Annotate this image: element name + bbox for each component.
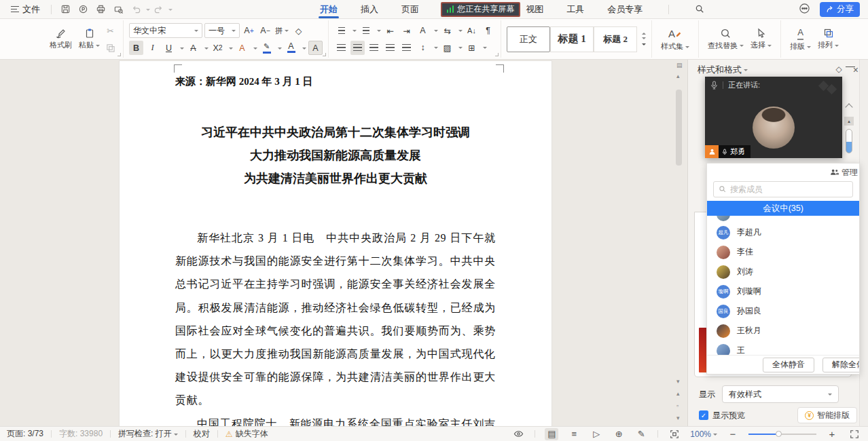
select-browse-object-button[interactable]: ▫ xyxy=(676,403,679,409)
decrease-indent-button[interactable]: ⇤ xyxy=(383,24,397,38)
previous-page-button[interactable]: ▴ xyxy=(676,391,680,397)
borders-button[interactable]: ⊞ xyxy=(465,41,479,55)
undo-button[interactable] xyxy=(128,2,144,17)
zoom-slider[interactable] xyxy=(748,434,816,435)
ruler-toggle-icon[interactable]: ▤ xyxy=(676,62,683,69)
format-painter-button[interactable]: 格式刷 xyxy=(46,28,75,50)
assistant-button[interactable] xyxy=(799,3,810,16)
pane-scrollbar-thumb[interactable] xyxy=(846,129,852,153)
style-gallery-up[interactable] xyxy=(642,31,646,35)
decrease-font-button[interactable]: A− xyxy=(258,24,272,38)
tab-view[interactable]: 视图 xyxy=(524,0,545,19)
pane-collapse-icon[interactable] xyxy=(846,66,855,67)
participant-row[interactable]: 璇啊 刘璇啊 xyxy=(707,282,859,301)
zoom-in-button[interactable]: + xyxy=(825,428,839,440)
play-view-button[interactable]: ▷ xyxy=(590,428,603,440)
redo-button[interactable] xyxy=(150,2,166,17)
increase-font-button[interactable]: A+ xyxy=(242,24,256,38)
tab-tools[interactable]: 工具 xyxy=(565,0,585,19)
highlight-button[interactable]: ✎ xyxy=(259,41,274,55)
smart-typeset-button[interactable]: ¥ 智能排版 xyxy=(797,407,857,423)
scroll-down-icon[interactable]: ▾ xyxy=(676,379,680,385)
distribute-button[interactable] xyxy=(399,41,414,55)
participant-row[interactable]: 超凡 李超凡 xyxy=(707,223,859,242)
text-effects-button[interactable]: A xyxy=(235,41,249,55)
display-style-select[interactable]: 有效样式 xyxy=(722,385,839,403)
mute-all-button[interactable]: 全体静音 xyxy=(763,358,814,372)
increase-indent-button[interactable]: ⇥ xyxy=(399,24,414,38)
save-button[interactable] xyxy=(57,2,73,17)
undo-caret[interactable] xyxy=(146,9,150,13)
style-heading2-chip[interactable]: 标题 2 xyxy=(594,26,637,52)
fit-page-button[interactable] xyxy=(668,428,681,440)
tab-page[interactable]: 页面 xyxy=(400,0,420,19)
font-size-select[interactable]: 一号 xyxy=(204,23,240,38)
scroll-up-icon[interactable]: ▴ xyxy=(676,73,680,79)
justify-button[interactable] xyxy=(383,41,397,55)
underline-button[interactable]: U xyxy=(162,41,176,55)
align-right-button[interactable] xyxy=(367,41,381,55)
typeset-button[interactable]: A 排版 xyxy=(786,26,814,52)
highlight-caret[interactable] xyxy=(278,47,282,52)
cut-button[interactable]: ✂ xyxy=(103,24,117,38)
search-button[interactable] xyxy=(693,0,706,19)
print-button[interactable] xyxy=(92,2,109,17)
file-menu[interactable]: 文件 xyxy=(5,3,46,16)
italic-button[interactable]: I xyxy=(145,41,160,55)
wrap-button[interactable]: ⇆ xyxy=(440,24,454,38)
participant-row[interactable]: 国良 孙国良 xyxy=(707,301,859,321)
web-view-button[interactable]: ⊕ xyxy=(612,428,626,440)
unmute-all-button[interactable]: 解除全体静音 xyxy=(822,358,860,372)
shading-button[interactable]: ▨ xyxy=(440,41,454,55)
font-color-button[interactable]: A xyxy=(284,41,298,55)
line-spacing-button[interactable]: ↕ xyxy=(416,41,430,55)
member-search-box[interactable] xyxy=(713,181,853,197)
outline-view-button[interactable]: ≡ xyxy=(567,428,581,440)
zoom-level-select[interactable]: 100% xyxy=(690,429,717,439)
bold-button[interactable]: B xyxy=(129,41,143,55)
paste-button[interactable]: 粘贴 xyxy=(75,28,103,50)
find-replace-button[interactable]: 查找替换 xyxy=(704,28,747,51)
in-meeting-tab[interactable]: 会议中(35) xyxy=(707,201,859,216)
share-button[interactable]: 分享 xyxy=(820,2,860,17)
participant-row[interactable]: 王 xyxy=(707,341,859,355)
meeting-video-overlay[interactable]: 正在讲话: 郑勇 xyxy=(705,77,842,158)
borders-caret[interactable] xyxy=(483,47,487,51)
page-view-button[interactable]: ▤ xyxy=(545,428,558,440)
edit-mode-button[interactable]: ✎ xyxy=(634,428,648,440)
tab-insert[interactable]: 插入 xyxy=(359,0,380,19)
next-page-button[interactable]: ▾ xyxy=(676,415,680,421)
clear-format-button[interactable]: ◇ xyxy=(291,24,306,38)
style-heading1-chip[interactable]: 标题 1 xyxy=(550,26,594,52)
numbered-list-caret[interactable] xyxy=(377,30,381,34)
superscript-button[interactable]: X2 xyxy=(211,41,225,55)
proofread-button[interactable]: 校对 xyxy=(194,428,210,440)
member-search-input[interactable] xyxy=(730,185,848,194)
spell-check-caret[interactable] xyxy=(174,434,178,438)
copy-button[interactable] xyxy=(103,41,117,55)
participant-row[interactable]: 刘涛 xyxy=(707,262,859,282)
preview-eye-button[interactable] xyxy=(511,428,525,440)
tab-home[interactable]: 开始 xyxy=(319,0,339,19)
style-gallery-down[interactable] xyxy=(642,37,646,41)
strikethrough-caret[interactable] xyxy=(204,47,209,52)
select-button[interactable]: 选择 xyxy=(747,28,775,50)
text-effects-caret[interactable] xyxy=(253,47,257,52)
superscript-caret[interactable] xyxy=(229,47,233,52)
style-set-button[interactable]: A 样式集 xyxy=(657,26,693,52)
text-direction-button[interactable]: A xyxy=(416,24,430,38)
style-gallery-more[interactable] xyxy=(642,43,646,47)
manage-link[interactable]: 管理 xyxy=(842,167,858,178)
font-name-select[interactable]: 华文中宋 xyxy=(129,23,202,38)
group-expander[interactable] xyxy=(117,53,121,56)
align-left-button[interactable] xyxy=(334,41,348,55)
text-direction-caret[interactable] xyxy=(434,30,438,34)
character-border-button[interactable]: A xyxy=(308,41,323,55)
export-pdf-button[interactable] xyxy=(75,2,91,17)
zoom-out-button[interactable]: − xyxy=(726,428,740,440)
numbered-list-button[interactable] xyxy=(359,24,373,38)
redo-caret[interactable] xyxy=(168,9,173,13)
group-expander[interactable] xyxy=(323,53,326,56)
show-preview-checkbox[interactable]: ✓ xyxy=(699,410,708,420)
group-expander[interactable] xyxy=(495,53,499,56)
